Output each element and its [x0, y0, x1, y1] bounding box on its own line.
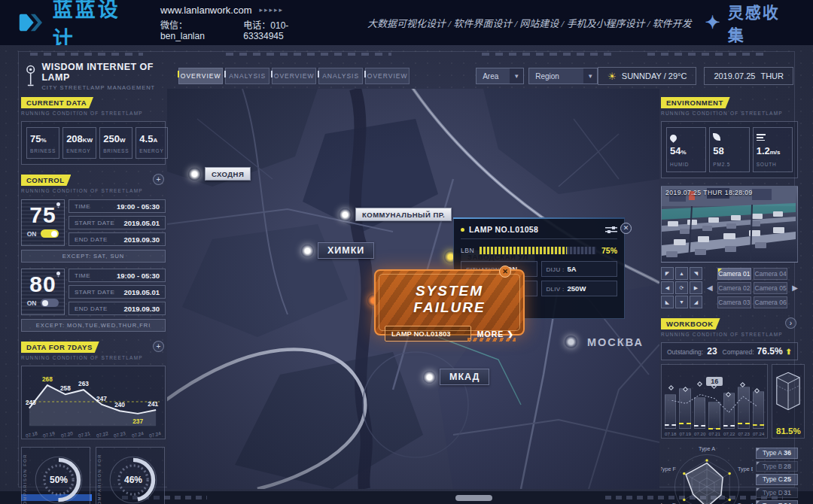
pm25-stat: 58 PM2.5: [709, 127, 749, 172]
add-schedule-button[interactable]: +: [153, 174, 164, 185]
next-cameras-icon[interactable]: ▶: [792, 284, 798, 292]
bar-tooltip: 16: [706, 377, 723, 386]
progress-value: 75%: [601, 246, 617, 255]
street-light-chip: [455, 495, 492, 501]
current-data-panel: CURRENT DATA RUNNING CONDITION OF STREET…: [21, 95, 166, 165]
lanlan-logo[interactable]: 蓝蓝设计: [17, 0, 142, 52]
close-icon[interactable]: ✕: [499, 266, 511, 278]
start-date-row[interactable]: START DATE 2019.05.01: [69, 285, 166, 299]
website-link[interactable]: www.lanlanwork.com: [160, 5, 251, 16]
pan-right-icon[interactable]: ▶: [690, 281, 702, 294]
map-label-moskva[interactable]: МОСКВА: [565, 334, 650, 350]
camera-button-5[interactable]: Camera 05: [754, 282, 787, 294]
tab-analysis-1[interactable]: ANALYSIS: [225, 68, 269, 84]
workbook-summary: Outstanding: 23 Compared: 76.5% ⬆: [661, 342, 798, 360]
time-row[interactable]: TIME 19:00 - 05:30: [69, 199, 166, 213]
wind-icon: [757, 133, 766, 141]
current-data-stats: 75% BRINESS 208KW ENERGY 250W BRINESS 4.…: [21, 121, 166, 165]
map-label-skhodnya[interactable]: СХОДНЯ: [188, 167, 251, 181]
end-date-row[interactable]: END DATE 2019.09.30: [69, 232, 166, 246]
camera-button-3[interactable]: Camera 03: [717, 296, 751, 308]
schedule-group-2: 80 ON TIME 19:00 - 05:30 START DATE: [21, 269, 166, 315]
diju-cell: DIJU :5A: [541, 261, 618, 277]
rotate-icon[interactable]: ⟳: [675, 281, 688, 294]
tab-overview-3[interactable]: OVERVIEW: [365, 68, 410, 84]
pan-up-icon[interactable]: ▲: [675, 267, 688, 280]
line-chart-svg: 243268258263247240237241: [24, 369, 161, 428]
close-icon[interactable]: ✕: [620, 223, 632, 234]
svg-text:Type B: Type B: [738, 466, 753, 472]
pan-down-left-icon[interactable]: ◣: [661, 296, 674, 308]
pan-up-right-icon[interactable]: ◥: [690, 267, 702, 280]
svg-text:263: 263: [78, 380, 89, 387]
lbn-progress: LBN 75%: [461, 246, 617, 255]
svg-text:Type E: Type E: [661, 502, 676, 504]
pan-down-right-icon[interactable]: ◢: [690, 296, 702, 308]
svg-text:Type F: Type F: [661, 466, 676, 472]
pan-down-icon[interactable]: ▼: [675, 296, 688, 308]
svg-text:243: 243: [26, 399, 36, 406]
hud-decoration: [30, 53, 143, 56]
schedule-group-1: 75 ON TIME 19:00 - 05:30 START DATE: [21, 199, 166, 246]
tab-analysis-2[interactable]: ANALYSIS: [318, 68, 363, 84]
svg-text:237: 237: [132, 417, 143, 425]
environment-stats: 54% HUMID 58 PM2.5 1.2m/s SOUTH: [661, 121, 798, 178]
start-date-row[interactable]: START DATE 2019.05.01: [69, 216, 166, 229]
camera-button-2[interactable]: Camera 02: [717, 282, 751, 294]
page-subtitle: CITY STREETLAMP MANAGEMENT: [41, 84, 178, 91]
panel-title-badge: ENVIRONMENT: [661, 97, 730, 108]
comparison-gauge-1: COMPARISON FOR 50%: [21, 447, 90, 504]
expand-chart-button[interactable]: +: [153, 341, 164, 352]
type-row-c[interactable]: Type C25: [756, 474, 798, 485]
camera-button-1[interactable]: Camera 01: [717, 268, 751, 280]
humidity-stat: 54% HUMID: [666, 127, 706, 172]
area-select[interactable]: Area ▼: [476, 68, 524, 84]
type-radar-panel: Type AType BType CType DType EType F Typ…: [661, 446, 798, 504]
workbook-bar-chart: 16 07.1807.1907.2007.2107.2207.2307.24: [661, 364, 768, 439]
gauge-value: 46%: [124, 475, 142, 485]
radar-chart-svg: Type AType BType CType DType EType F: [661, 446, 753, 504]
camera-button-6[interactable]: Camera 06: [754, 296, 787, 308]
next-page-button[interactable]: ›: [785, 317, 796, 329]
pan-up-left-icon[interactable]: ◤: [661, 267, 674, 280]
type-row-e[interactable]: Type E24: [756, 500, 798, 504]
city-map[interactable]: СХОДНЯ КОММУНАЛЬНЫЙ ПР. ХИМКИ ЗАВОДСКАЯ …: [167, 89, 659, 489]
inspiration-collect[interactable]: ✦ 灵感收集: [705, 0, 796, 45]
map-label-mkad[interactable]: МКАД: [423, 369, 489, 385]
system-failure-alert: ✕ SYSTEM FAILURE LAMP NO.L01803 MORE ❯: [374, 269, 525, 335]
services-list: 大数据可视化设计 / 软件界面设计 / 网站建设 / 手机及小程序设计 / 软件…: [367, 16, 691, 30]
svg-text:268: 268: [42, 375, 53, 383]
tab-overview-2[interactable]: OVERVIEW: [272, 68, 316, 84]
x-axis-labels: 07.1807.1907.2007.2107.2207.2307.2407.24: [24, 432, 163, 437]
prev-cameras-icon[interactable]: ◀: [707, 284, 713, 292]
cube-icon: [774, 369, 802, 413]
type-row-b[interactable]: Type B28: [756, 461, 798, 472]
on-label: ON: [27, 230, 37, 238]
schedule-toggle[interactable]: [41, 299, 59, 307]
outstanding-count: 23: [707, 346, 717, 357]
map-label-khimki[interactable]: ХИМКИ: [301, 242, 374, 259]
type-row-a[interactable]: Type A36: [756, 448, 798, 459]
camera-button-4[interactable]: Camera 04: [754, 268, 787, 280]
sliders-icon[interactable]: [605, 226, 617, 233]
map-label-kommunalny[interactable]: КОММУНАЛЬНЫЙ ПР.: [339, 208, 452, 221]
time-row[interactable]: TIME 19:00 - 05:30: [69, 269, 166, 282]
stat-briness-pct: 75% BRINESS: [26, 127, 59, 159]
end-date-row[interactable]: END DATE 2019.09.30: [69, 302, 166, 315]
pan-left-icon[interactable]: ◀: [661, 281, 674, 294]
tab-overview-1[interactable]: OVERVIEW: [178, 68, 223, 84]
lanlan-logo-icon: [17, 8, 45, 37]
on-label: ON: [27, 299, 37, 307]
hud-decoration: [226, 53, 391, 56]
sparkle-icon: ✦: [705, 12, 722, 33]
date-box: 2019.07.25 THUR: [704, 67, 793, 85]
svg-text:Type A: Type A: [699, 446, 715, 452]
hatch-decoration: [467, 338, 516, 342]
type-row-d[interactable]: Type D31: [756, 487, 798, 499]
panel-subtitle: RUNNING CONDITION OF STREETLAMP: [21, 111, 166, 116]
camera-feed[interactable]: 2019.07.25 THUR 18:28:09: [661, 186, 798, 263]
region-select[interactable]: Region ▼: [528, 68, 598, 84]
screenshot: 蓝蓝设计 www.lanlanwork.com ▸▸▸▸▸ 微信：ben_lan…: [0, 0, 813, 504]
schedule-toggle[interactable]: [41, 229, 59, 238]
more-button[interactable]: MORE ❯: [477, 329, 514, 339]
